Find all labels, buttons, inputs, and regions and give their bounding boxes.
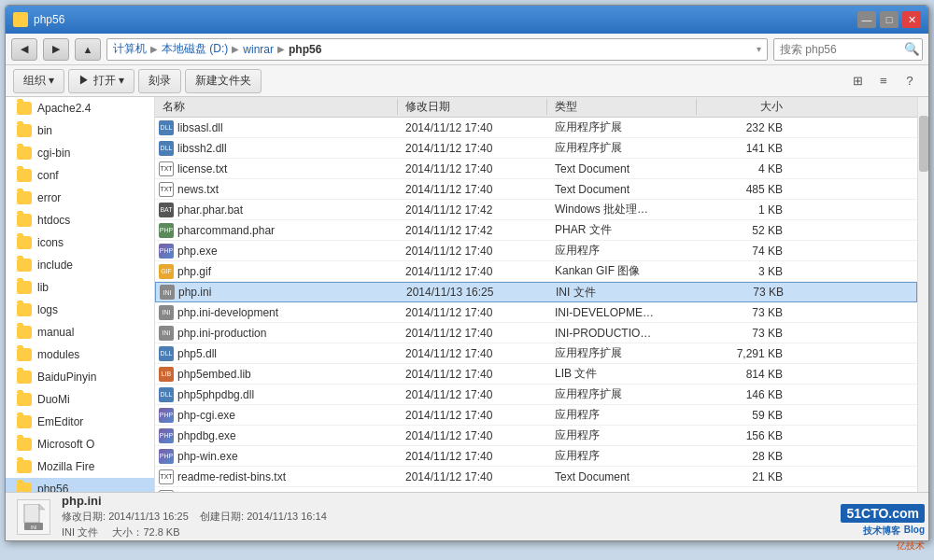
sidebar-item-bin[interactable]: bin	[6, 119, 154, 142]
sidebar-item-emeditor[interactable]: EmEditor	[6, 411, 154, 433]
table-row[interactable]: INI php.ini-production 2014/11/12 17:40 …	[155, 323, 917, 343]
file-size-cell: 814 KB	[697, 368, 790, 381]
col-header-date[interactable]: 修改日期	[398, 99, 547, 115]
folder-icon	[17, 483, 32, 492]
open-button[interactable]: ▶ 打开 ▾	[68, 69, 134, 93]
folder-icon	[17, 303, 32, 316]
sidebar-item-mozilla[interactable]: Mozilla Fire	[6, 455, 154, 478]
sidebar-item-conf[interactable]: conf	[6, 164, 154, 187]
minimize-button[interactable]: —	[857, 11, 876, 28]
sidebar-item-cgibin[interactable]: cgi-bin	[6, 142, 154, 164]
file-type-icon: DLL	[159, 387, 174, 402]
table-row[interactable]: PHP pharcommand.phar 2014/11/12 17:42 PH…	[155, 220, 917, 241]
maximize-button[interactable]: □	[880, 11, 899, 28]
table-row[interactable]: INI php.ini 2014/11/13 16:25 INI 文件 73 K…	[155, 282, 917, 302]
title-bar: php56 — □ ✕	[6, 6, 928, 34]
file-size-cell: 156 KB	[697, 429, 790, 442]
sidebar-item-lib[interactable]: lib	[6, 276, 154, 299]
file-type-icon: PHP	[159, 223, 174, 238]
table-row[interactable]: DLL libssh2.dll 2014/11/12 17:40 应用程序扩展 …	[155, 138, 917, 159]
scrollbar[interactable]	[917, 97, 928, 492]
folder-icon	[17, 460, 32, 473]
sidebar-item-microsoft[interactable]: Microsoft O	[6, 433, 154, 455]
file-type-icon: PHP	[159, 244, 174, 259]
file-name-cell: DLL libssh2.dll	[155, 141, 398, 156]
sidebar-item-icons[interactable]: icons	[6, 231, 154, 254]
folder-icon	[17, 259, 32, 272]
sidebar-item-apache[interactable]: Apache2.4	[6, 97, 154, 119]
file-date-cell: 2014/11/12 17:40	[398, 450, 547, 463]
search-input[interactable]	[773, 38, 923, 61]
table-row[interactable]: DLL php5.dll 2014/11/12 17:40 应用程序扩展 7,2…	[155, 343, 917, 364]
file-name-cell: PHP phpdbg.exe	[155, 428, 398, 443]
file-type-cell: Kankan GIF 图像	[547, 263, 697, 279]
sidebar-item-modules[interactable]: modules	[6, 343, 154, 366]
col-header-name[interactable]: 名称	[155, 99, 398, 115]
file-type-icon: BAT	[159, 203, 174, 217]
file-name-cell: TXT readme-redist-bins.txt	[155, 469, 398, 484]
file-name-cell: PHP php-cgi.exe	[155, 408, 398, 423]
sidebar-item-php56[interactable]: php56	[6, 478, 154, 492]
search-button[interactable]: 🔍	[902, 40, 921, 59]
file-date-cell: 2014/11/12 17:40	[398, 142, 547, 155]
sidebar-item-include[interactable]: include	[6, 254, 154, 276]
col-header-size[interactable]: 大小	[697, 99, 790, 115]
forward-button[interactable]: ▶	[43, 38, 69, 61]
table-row[interactable]: TXT news.txt 2014/11/12 17:40 Text Docum…	[155, 179, 917, 200]
file-type-cell: 应用程序	[547, 427, 697, 443]
sidebar-item-baidu[interactable]: BaiduPinyin	[6, 366, 154, 388]
sidebar-item-logs[interactable]: logs	[6, 299, 154, 321]
table-row[interactable]: TXT license.txt 2014/11/12 17:40 Text Do…	[155, 159, 917, 179]
table-row[interactable]: LIB php5embed.lib 2014/11/12 17:40 LIB 文…	[155, 364, 917, 385]
new-folder-button[interactable]: 新建文件夹	[185, 69, 262, 93]
file-type-icon: GIF	[159, 264, 174, 279]
table-row[interactable]: GIF php.gif 2014/11/12 17:40 Kankan GIF …	[155, 261, 917, 282]
table-row[interactable]: PHP php.exe 2014/11/12 17:40 应用程序 74 KB	[155, 241, 917, 261]
col-header-type[interactable]: 类型	[547, 99, 697, 115]
table-row[interactable]: PHP phpdbg.exe 2014/11/12 17:40 应用程序 156…	[155, 426, 917, 446]
file-date-cell: 2014/11/12 17:40	[398, 121, 547, 134]
watermark-logo: 51CTO.com	[841, 504, 925, 523]
sidebar-item-duomi[interactable]: DuoMi	[6, 388, 154, 411]
file-name-cell: DLL php5phpdbg.dll	[155, 387, 398, 402]
file-name-cell: DLL php5.dll	[155, 346, 398, 361]
file-type-cell: 应用程序扩展	[547, 140, 697, 156]
help-button[interactable]: ?	[899, 70, 921, 92]
burn-button[interactable]: 刻录	[138, 69, 181, 93]
breadcrumb-winrar[interactable]: winrar	[243, 43, 274, 56]
table-row[interactable]: PHP php-win.exe 2014/11/12 17:40 应用程序 28…	[155, 446, 917, 467]
file-type-icon: DLL	[159, 141, 174, 156]
breadcrumb-sep-1: ▶	[150, 44, 158, 54]
folder-icon	[17, 371, 32, 384]
scrollbar-thumb[interactable]	[919, 116, 928, 172]
breadcrumb-computer[interactable]: 计算机	[113, 41, 147, 57]
table-row[interactable]: PHP php-cgi.exe 2014/11/12 17:40 应用程序 59…	[155, 405, 917, 426]
table-row[interactable]: INI php.ini-development 2014/11/12 17:40…	[155, 302, 917, 323]
sidebar-item-error[interactable]: error	[6, 187, 154, 209]
sidebar-item-htdocs[interactable]: htdocs	[6, 209, 154, 231]
back-button[interactable]: ◀	[11, 38, 37, 61]
file-date-cell: 2014/11/12 17:40	[398, 409, 547, 422]
close-button[interactable]: ✕	[902, 11, 921, 28]
sidebar-item-manual[interactable]: manual	[6, 321, 154, 343]
file-type-cell: LIB 文件	[547, 366, 697, 382]
file-name-cell: DLL libsasl.dll	[155, 120, 398, 135]
table-row[interactable]: TXT readme-redist-bins.txt 2014/11/12 17…	[155, 467, 917, 487]
view-change-button[interactable]: ⊞	[846, 70, 869, 92]
file-list-header: 名称 修改日期 类型 大小	[155, 97, 917, 118]
file-name-cell: PHP php-win.exe	[155, 449, 398, 464]
table-row[interactable]: BAT phar.phar.bat 2014/11/12 17:42 Windo…	[155, 200, 917, 220]
view-list-button[interactable]: ≡	[872, 70, 895, 92]
file-type-icon: TXT	[159, 161, 174, 176]
organize-button[interactable]: 组织 ▾	[13, 69, 64, 93]
table-row[interactable]: DLL libsasl.dll 2014/11/12 17:40 应用程序扩展 …	[155, 118, 917, 138]
file-type-icon: TXT	[159, 469, 174, 484]
breadcrumb-drive[interactable]: 本地磁盘 (D:)	[162, 41, 228, 57]
up-button[interactable]: ▲	[75, 38, 101, 61]
table-row[interactable]: DLL php5phpdbg.dll 2014/11/12 17:40 应用程序…	[155, 385, 917, 405]
svg-rect-0	[24, 504, 39, 523]
file-type-icon: PHP	[159, 428, 174, 443]
file-size-cell: 1 KB	[697, 203, 790, 217]
file-size-cell: 485 KB	[697, 183, 790, 196]
toolbar-right: ⊞ ≡ ?	[846, 70, 921, 92]
